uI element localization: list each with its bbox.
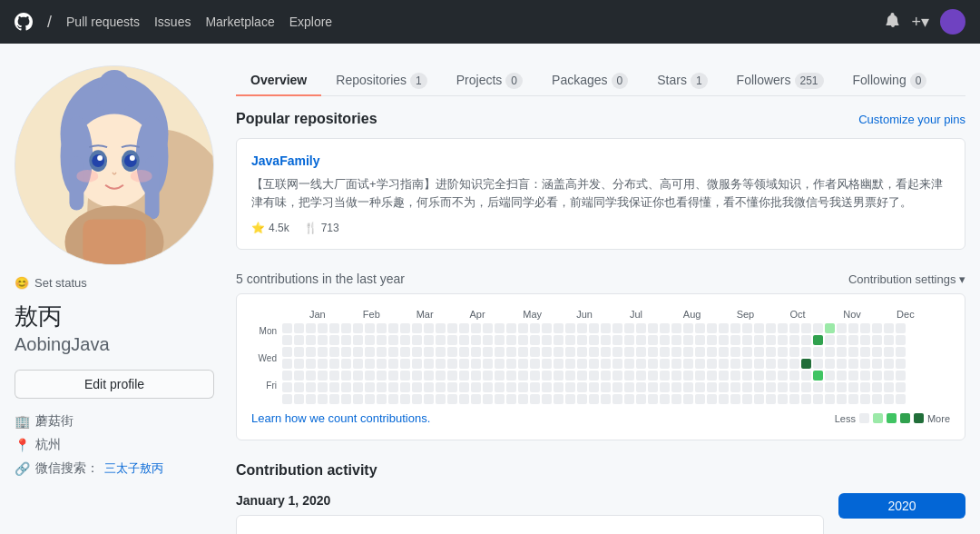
graph-day: [707, 335, 717, 345]
graph-day: [683, 382, 693, 392]
graph-day: [789, 335, 799, 345]
graph-day: [459, 323, 469, 333]
graph-day: [660, 323, 670, 333]
graph-week: [742, 323, 752, 404]
activity-title: Contribution activity: [236, 462, 965, 479]
graph-week: [636, 323, 646, 404]
graph-day: [801, 323, 811, 333]
graph-day: [695, 359, 705, 369]
set-status-button[interactable]: 😊 Set status: [15, 276, 214, 290]
graph-week: [518, 323, 528, 404]
graph-day: [730, 394, 740, 404]
graph-day: [495, 382, 505, 392]
month-feb: Feb: [363, 309, 416, 320]
graph-day: [660, 335, 670, 345]
tab-stars[interactable]: Stars1: [642, 65, 721, 96]
graph-week: [459, 323, 469, 404]
nav-issues[interactable]: Issues: [154, 15, 191, 29]
graph-day: [353, 335, 363, 345]
graph-week: [282, 323, 292, 404]
graph-day: [447, 347, 457, 357]
year-2020-button[interactable]: 2020: [838, 493, 965, 519]
graph-day: [789, 382, 799, 392]
graph-week: [660, 323, 670, 404]
graph-day: [589, 359, 599, 369]
graph-day: [377, 323, 387, 333]
graph-day: [565, 371, 575, 381]
contribution-settings-button[interactable]: Contribution settings ▾: [848, 272, 965, 286]
graph-day: [294, 323, 304, 333]
graph-day: [436, 323, 446, 333]
tab-followers[interactable]: Followers251: [722, 65, 838, 96]
tab-projects[interactable]: Projects0: [442, 65, 537, 96]
graph-day: [636, 323, 646, 333]
graph-day: [294, 335, 304, 345]
graph-day: [282, 371, 292, 381]
graph-day: [483, 323, 493, 333]
graph-day: [707, 359, 717, 369]
graph-day: [813, 371, 823, 381]
learn-contributions-link[interactable]: Learn how we count contributions.: [251, 411, 430, 425]
graph-day: [730, 359, 740, 369]
graph-day: [837, 347, 847, 357]
graph-day: [518, 382, 528, 392]
graph-day: [554, 359, 564, 369]
tab-repositories[interactable]: Repositories1: [321, 65, 442, 96]
repo-name-link[interactable]: JavaFamily: [251, 153, 320, 168]
graph-week: [754, 323, 764, 404]
profile-tabs: Overview Repositories1 Projects0 Package…: [236, 65, 965, 96]
graph-day: [884, 371, 894, 381]
user-avatar[interactable]: [940, 9, 965, 35]
graph-week: [577, 323, 587, 404]
graph-day: [495, 335, 505, 345]
graph-day: [306, 371, 316, 381]
graph-day: [801, 371, 811, 381]
graph-day: [447, 394, 457, 404]
github-logo[interactable]: [15, 13, 33, 31]
tab-packages[interactable]: Packages0: [537, 65, 642, 96]
tab-overview[interactable]: Overview: [236, 65, 321, 96]
graph-day: [306, 382, 316, 392]
edit-profile-button[interactable]: Edit profile: [15, 370, 214, 399]
graph-day: [589, 323, 599, 333]
graph-day: [896, 323, 906, 333]
graph-day: [612, 359, 622, 369]
weibo-link[interactable]: 三太子敖丙: [104, 460, 163, 477]
customize-pins-link[interactable]: Customize your pins: [858, 113, 965, 126]
graph-day: [565, 347, 575, 357]
popular-repos-header: Popular repositories Customize your pins: [236, 111, 965, 127]
graph-day: [530, 335, 540, 345]
year-2019-button[interactable]: 2019: [838, 526, 965, 534]
graph-day: [636, 359, 646, 369]
graph-day: [542, 347, 552, 357]
graph-day: [636, 371, 646, 381]
graph-day: [766, 359, 776, 369]
nav-pull-requests[interactable]: Pull requests: [66, 15, 140, 29]
graph-day: [377, 382, 387, 392]
graph-day: [825, 382, 835, 392]
graph-day: [365, 371, 375, 381]
nav-marketplace[interactable]: Marketplace: [205, 15, 274, 29]
graph-day: [872, 323, 882, 333]
graph-day: [530, 347, 540, 357]
graph-day: [377, 335, 387, 345]
nav-slash: /: [47, 13, 52, 32]
graph-day: [459, 371, 469, 381]
graph-day: [554, 335, 564, 345]
tab-following[interactable]: Following0: [838, 65, 942, 96]
graph-day: [872, 359, 882, 369]
graph-day: [683, 335, 693, 345]
graph-day: [518, 347, 528, 357]
graph-week: [329, 323, 339, 404]
graph-day: [801, 359, 811, 369]
graph-day: [565, 394, 575, 404]
graph-day: [282, 335, 292, 345]
notification-bell-icon[interactable]: [886, 13, 900, 31]
graph-day: [471, 371, 481, 381]
graph-day: [294, 382, 304, 392]
graph-day: [554, 394, 564, 404]
graph-day: [884, 347, 894, 357]
nav-explore[interactable]: Explore: [289, 15, 332, 29]
graph-day: [483, 335, 493, 345]
plus-icon[interactable]: +▾: [911, 12, 929, 32]
